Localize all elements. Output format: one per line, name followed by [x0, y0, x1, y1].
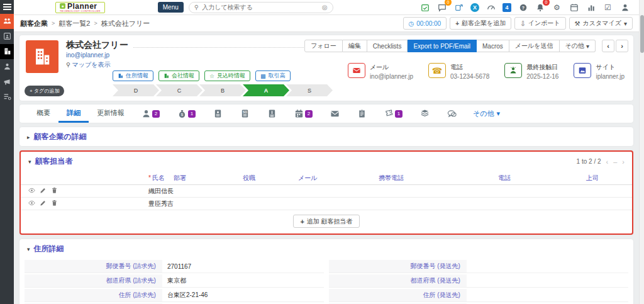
show-map-link[interactable]: ⚲マップを表示: [66, 60, 111, 69]
search-scope-icon[interactable]: ◎: [322, 4, 328, 11]
pipeline-stage-d[interactable]: D: [113, 84, 159, 96]
customize-button[interactable]: ⚒カスタマイズ▾: [569, 17, 633, 30]
breadcrumb-list[interactable]: 顧客一覧2: [58, 19, 90, 28]
sidebar-item-contacts-book[interactable]: [0, 29, 14, 44]
tab-quotes[interactable]: [204, 104, 231, 123]
sidebar-item-companies[interactable]: [0, 44, 14, 59]
pipeline-stage-s[interactable]: S: [286, 84, 333, 96]
add-company-button[interactable]: +顧客企業を追加: [450, 17, 511, 30]
import-button[interactable]: ⇩インポート: [514, 17, 565, 30]
menu-button[interactable]: Menu: [158, 2, 184, 13]
timer-button[interactable]: ◷00:00:00: [403, 17, 447, 30]
tab-notes[interactable]: [348, 104, 375, 123]
tab-products[interactable]: [411, 104, 438, 123]
address-info-button[interactable]: 住所情報: [113, 70, 153, 81]
field-value[interactable]: 2701167: [162, 260, 324, 273]
calendar-icon[interactable]: [569, 2, 579, 13]
view-icon[interactable]: [28, 200, 35, 208]
send-mail-button[interactable]: メールを送信: [509, 40, 560, 52]
gauge-icon[interactable]: [486, 2, 496, 13]
add-contact-button[interactable]: +追加 顧客担当者: [293, 215, 359, 228]
field-value[interactable]: [467, 289, 628, 301]
edit-icon[interactable]: [40, 187, 47, 195]
x-logo-icon[interactable]: X: [470, 3, 479, 12]
tab-salesorders[interactable]: SO: [231, 104, 258, 123]
user-icon[interactable]: [619, 2, 630, 13]
export-pdf-email-button[interactable]: Export to PDF/Email: [408, 40, 477, 52]
sidebar-item-person[interactable]: [0, 59, 14, 74]
hamburger-menu-icon[interactable]: [0, 0, 14, 14]
tasks-icon[interactable]: ☑: [602, 2, 613, 13]
sidebar-item-filters[interactable]: [0, 89, 14, 104]
edit-icon[interactable]: [40, 200, 47, 208]
tab-overview[interactable]: 概要: [28, 104, 58, 123]
field-value[interactable]: [467, 274, 628, 287]
topbar: ● Planner TECHNOLOGY CONTROLLER Menu ⚲ ◎…: [14, 0, 639, 15]
previous-record-button[interactable]: ‹: [602, 40, 614, 52]
view-icon[interactable]: [28, 187, 35, 195]
contact-name[interactable]: 織田信長: [148, 187, 243, 196]
company-details-title[interactable]: 顧客企業の詳細: [34, 132, 87, 142]
contacts-section-title[interactable]: 顧客担当者: [35, 156, 73, 167]
tab-deals[interactable]: $1: [169, 104, 204, 123]
left-rail: [0, 0, 14, 304]
tab-more[interactable]: その他▾: [465, 104, 508, 123]
quick-info-row: メールino@iplanner.jp ☎ 電話03-1234-5678 最終接触…: [348, 63, 625, 80]
contact-name[interactable]: 豊臣秀吉: [148, 200, 243, 208]
vertical-scrollbar[interactable]: [639, 0, 644, 304]
search-input[interactable]: [202, 4, 319, 11]
tab-updates[interactable]: 更新情報: [89, 104, 133, 123]
gear-icon[interactable]: ⚙: [552, 2, 562, 13]
chart-icon[interactable]: [586, 2, 596, 13]
next-record-button[interactable]: ›: [616, 40, 628, 52]
page-prev-icon[interactable]: ‹: [606, 158, 609, 166]
export-icon[interactable]: [453, 2, 464, 13]
field-value[interactable]: 東京都: [162, 274, 324, 287]
company-avatar[interactable]: [26, 40, 58, 73]
checklists-button[interactable]: Checklists: [367, 40, 408, 52]
bell-icon[interactable]: 0: [535, 2, 545, 13]
delete-icon[interactable]: [51, 200, 58, 208]
macros-button[interactable]: Macros: [477, 40, 509, 52]
phone-icon[interactable]: ☎: [428, 63, 446, 78]
company-email-link[interactable]: ino@iplanner.jp: [66, 52, 109, 59]
add-tag-button[interactable]: + タグの追加: [25, 86, 64, 96]
tab-email[interactable]: [321, 104, 348, 123]
field-value[interactable]: [467, 260, 628, 273]
tab-badge: 2: [152, 110, 160, 118]
website-icon[interactable]: [574, 63, 591, 78]
breadcrumb-module[interactable]: 顧客企業: [20, 19, 48, 28]
apps-icon[interactable]: 4: [502, 3, 511, 12]
edit-button[interactable]: 編集: [343, 40, 367, 52]
prospect-info-button[interactable]: ☆見込時情報: [204, 70, 250, 81]
tab-chat[interactable]: [438, 104, 465, 123]
scrollbar-thumb[interactable]: [640, 15, 644, 53]
global-search[interactable]: ⚲ ◎: [189, 2, 333, 13]
email-icon[interactable]: [348, 63, 365, 78]
app-window: ● Planner TECHNOLOGY CONTROLLER Menu ⚲ ◎…: [0, 0, 644, 304]
delete-icon[interactable]: [51, 187, 58, 195]
breadcrumb-record[interactable]: 株式会社フリー: [101, 19, 150, 28]
more-actions-button[interactable]: その他▾: [560, 40, 596, 52]
tab-calendar[interactable]: 2: [286, 104, 321, 123]
help-icon[interactable]: ?: [518, 2, 528, 13]
company-info-button[interactable]: 会社情報: [158, 70, 199, 81]
field-value[interactable]: 台東区2-21-46: [162, 289, 324, 301]
address-section-title[interactable]: 住所詳細: [34, 244, 64, 254]
follow-button[interactable]: フォロー: [304, 40, 343, 52]
pipeline-stage-c[interactable]: C: [156, 84, 203, 96]
col-name: 氏名: [152, 174, 165, 181]
tab-contacts[interactable]: 2: [133, 104, 169, 123]
last-contact-icon[interactable]: [504, 63, 522, 78]
tab-details[interactable]: 詳細: [58, 104, 89, 123]
sidebar-item-customers[interactable]: [0, 14, 14, 29]
page-next-icon[interactable]: ›: [622, 158, 625, 166]
pipeline-stage-b[interactable]: B: [199, 84, 246, 96]
calendar-check-icon[interactable]: [419, 2, 430, 13]
tab-tickets[interactable]: 1: [375, 104, 411, 123]
chat-icon[interactable]: 0: [436, 2, 447, 13]
tab-invoices[interactable]: [258, 104, 286, 123]
sidebar-item-campaigns[interactable]: [0, 74, 14, 89]
revenue-button[interactable]: ▩取引高: [255, 70, 291, 81]
pipeline-stage-a-active[interactable]: A: [243, 84, 289, 96]
